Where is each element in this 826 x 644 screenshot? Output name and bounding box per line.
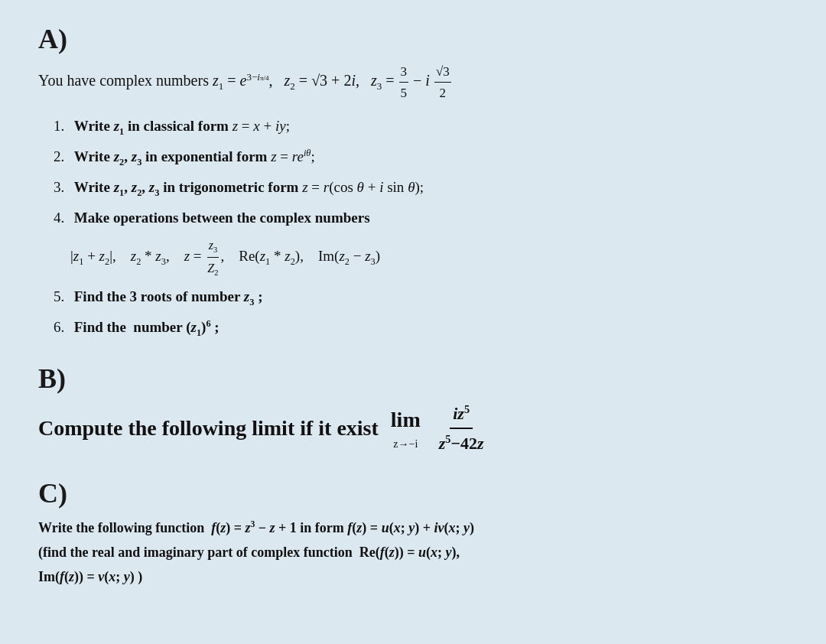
- section-c: C) Write the following function f(z) = z…: [38, 477, 788, 590]
- task-list: 1. Write z1 in classical form z = x + iy…: [38, 114, 788, 230]
- lim-sub: z→−i: [393, 436, 418, 452]
- task-2: 2. Write z2, z3 in exponential form z = …: [54, 145, 788, 171]
- task-6: 6. Find the number (z1)6 ;: [54, 315, 788, 341]
- section-c-text: Write the following function f(z) = z3 −…: [38, 516, 788, 590]
- section-b-label: B): [38, 363, 788, 395]
- limit-denominator: z5−42z: [436, 429, 487, 456]
- task-1: 1. Write z1 in classical form z = x + iy…: [54, 114, 788, 140]
- lim-block: lim z→−i: [386, 404, 425, 452]
- section-c-label: C): [38, 477, 788, 509]
- intro-line: You have complex numbers z1 = e3−iπ/4, z…: [38, 61, 788, 103]
- section-a: A) You have complex numbers z1 = e3−iπ/4…: [38, 23, 788, 341]
- section-c-line1: Write the following function f(z) = z3 −…: [38, 516, 788, 540]
- section-c-line2: (find the real and imaginary part of com…: [38, 540, 788, 564]
- lim-word: lim: [391, 404, 421, 436]
- section-b: B) Compute the following limit if it exi…: [38, 363, 788, 456]
- section-c-line3: Im(f(z)) = v(x; y) ): [38, 564, 788, 589]
- section-b-text: Compute the following limit if it exist: [38, 412, 379, 444]
- task-4: 4. Make operations between the complex n…: [54, 206, 788, 230]
- task-list-56: 5. Find the 3 roots of number z3 ; 6. Fi…: [38, 285, 788, 341]
- limit-numerator: iz5: [450, 401, 473, 429]
- section-b-content: Compute the following limit if it exist …: [38, 401, 788, 456]
- section-a-label: A): [38, 23, 788, 55]
- operations-line: |z1 + z2|, z2 * z3, z = z3Z2, Re(z1 * z2…: [70, 235, 788, 280]
- task-3: 3. Write z1, z2, z3 in trigonometric for…: [54, 175, 788, 201]
- main-content: A) You have complex numbers z1 = e3−iπ/4…: [38, 23, 788, 611]
- task-5: 5. Find the 3 roots of number z3 ;: [54, 285, 788, 311]
- limit-fraction: iz5 z5−42z: [436, 401, 487, 456]
